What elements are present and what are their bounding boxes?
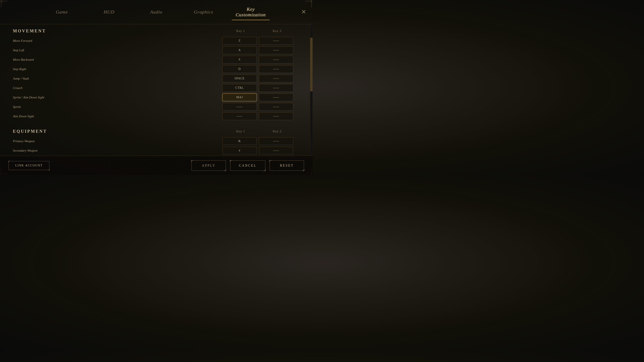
link-account-button[interactable]: LINK ACCOUNT xyxy=(8,161,49,170)
equipment-title: EQUIPMENT xyxy=(13,129,56,134)
keys-jump-vault: SPACE ----- xyxy=(222,75,300,82)
equipment-header: EQUIPMENT Key 1 Key 2 xyxy=(13,129,300,134)
keys-secondary-weapon: é ----- xyxy=(222,147,300,154)
key1-move-backward[interactable]: S xyxy=(222,56,257,63)
key1-step-right[interactable]: D xyxy=(222,65,257,73)
equipment-section: EQUIPMENT Key 1 Key 2 Primary Weapon & -… xyxy=(13,129,300,158)
action-step-right: Step Right xyxy=(13,67,222,71)
nav-bar: Game HUD Audio Graphics Key Customizatio… xyxy=(0,0,312,24)
keybind-row-ads: Aim Down Sight ----- ----- xyxy=(13,112,300,120)
key1-ads[interactable]: ----- xyxy=(222,112,257,120)
close-button[interactable]: ✕ xyxy=(301,9,306,15)
keybind-row-step-right: Step Right D ----- xyxy=(13,65,300,73)
action-buttons: APPLY CANCEL RESET xyxy=(192,160,304,171)
keys-ads: ----- ----- xyxy=(222,112,300,120)
key2-sprint-ads[interactable]: ----- xyxy=(259,93,293,101)
keybind-row-jump-vault: Jump / Vault SPACE ----- xyxy=(13,74,300,82)
bottom-bar: LINK ACCOUNT APPLY CANCEL RESET xyxy=(0,156,312,175)
action-primary-weapon: Primary Weapon xyxy=(13,139,222,143)
action-ads: Aim Down Sight xyxy=(13,114,222,118)
key2-ads[interactable]: ----- xyxy=(259,112,293,120)
keys-primary-weapon: & ----- xyxy=(222,137,300,145)
action-sprint-ads: Sprint / Aim Down Sight xyxy=(13,96,222,99)
movement-section: MOVEMENT Key 1 Key 2 Move Forward Z ----… xyxy=(13,28,300,120)
movement-col-headers: Key 1 Key 2 xyxy=(222,29,300,33)
tab-hud[interactable]: HUD xyxy=(86,7,133,17)
keybinds-panel: MOVEMENT Key 1 Key 2 Move Forward Z ----… xyxy=(0,24,312,158)
key2-step-left[interactable]: ----- xyxy=(259,46,293,54)
action-crouch: Crouch xyxy=(13,86,222,90)
keys-sprint: ----- ----- xyxy=(222,103,300,111)
reset-button[interactable]: RESET xyxy=(270,160,304,171)
keys-crouch: CTRL ----- xyxy=(222,84,300,92)
keybind-row-move-backward: Move Backward S ----- xyxy=(13,55,300,64)
equipment-col2-header: Key 2 xyxy=(259,129,296,133)
keys-move-forward: Z ----- xyxy=(222,37,300,45)
key2-move-backward[interactable]: ----- xyxy=(259,56,293,63)
keys-move-backward: S ----- xyxy=(222,56,300,63)
keys-sprint-ads: MAJ ----- xyxy=(222,93,300,101)
keybind-row-crouch: Crouch CTRL ----- xyxy=(13,84,300,92)
keys-step-right: D ----- xyxy=(222,65,300,73)
equipment-col-headers: Key 1 Key 2 xyxy=(222,129,300,133)
movement-title: MOVEMENT xyxy=(13,28,56,33)
action-secondary-weapon: Secondary Weapon xyxy=(13,149,222,152)
movement-col2-header: Key 2 xyxy=(259,29,296,33)
keys-step-left: A ----- xyxy=(222,46,300,54)
action-step-left: Step Left xyxy=(13,48,222,52)
keybind-row-primary-weapon: Primary Weapon & ----- xyxy=(13,137,300,145)
key2-primary-weapon[interactable]: ----- xyxy=(259,137,293,145)
keybind-row-move-forward: Move Forward Z ----- xyxy=(13,37,300,45)
equipment-col1-header: Key 1 xyxy=(222,129,259,133)
key1-secondary-weapon[interactable]: é xyxy=(222,147,257,154)
scrollbar-thumb[interactable] xyxy=(310,38,312,91)
key2-move-forward[interactable]: ----- xyxy=(259,37,293,45)
key2-crouch[interactable]: ----- xyxy=(259,84,293,92)
key2-jump-vault[interactable]: ----- xyxy=(259,75,293,82)
tab-audio[interactable]: Audio xyxy=(133,7,180,17)
tab-game[interactable]: Game xyxy=(38,7,86,17)
key2-secondary-weapon[interactable]: ----- xyxy=(259,147,293,154)
key1-sprint-ads[interactable]: MAJ xyxy=(222,93,257,101)
movement-header: MOVEMENT Key 1 Key 2 xyxy=(13,28,300,33)
key1-crouch[interactable]: CTRL xyxy=(222,84,257,92)
keybind-row-sprint: Sprint ----- ----- xyxy=(13,103,300,111)
action-sprint: Sprint xyxy=(13,105,222,109)
keybind-row-step-left: Step Left A ----- xyxy=(13,46,300,54)
action-jump-vault: Jump / Vault xyxy=(13,77,222,80)
tab-graphics[interactable]: Graphics xyxy=(180,7,227,17)
action-move-forward: Move Forward xyxy=(13,39,222,43)
action-move-backward: Move Backward xyxy=(13,58,222,61)
main-content: MOVEMENT Key 1 Key 2 Move Forward Z ----… xyxy=(0,24,312,158)
key1-primary-weapon[interactable]: & xyxy=(222,137,257,145)
tab-key-customization[interactable]: Key Customization xyxy=(227,4,274,20)
key1-step-left[interactable]: A xyxy=(222,46,257,54)
key1-move-forward[interactable]: Z xyxy=(222,37,257,45)
cancel-button[interactable]: CANCEL xyxy=(230,160,265,171)
keybind-row-secondary-weapon: Secondary Weapon é ----- xyxy=(13,146,300,155)
key1-jump-vault[interactable]: SPACE xyxy=(222,75,257,82)
key1-sprint[interactable]: ----- xyxy=(222,103,257,111)
key2-sprint[interactable]: ----- xyxy=(259,103,293,111)
key2-step-right[interactable]: ----- xyxy=(259,65,293,73)
apply-button[interactable]: APPLY xyxy=(192,160,226,171)
movement-col1-header: Key 1 xyxy=(222,29,259,33)
scrollbar-track[interactable] xyxy=(310,24,312,158)
keybind-row-sprint-ads: Sprint / Aim Down Sight MAJ ----- xyxy=(13,93,300,101)
